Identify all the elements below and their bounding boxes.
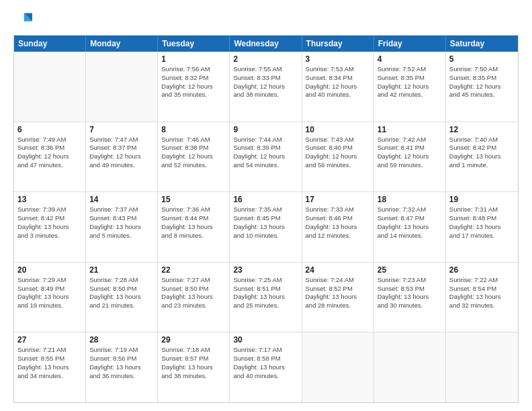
cell-line: Daylight: 12 hours: [306, 152, 370, 161]
cell-line: and 42 minutes.: [378, 91, 442, 99]
cell-line: Daylight: 13 hours: [233, 223, 298, 232]
cell-line: Sunrise: 7:42 AM: [378, 136, 442, 144]
cell-line: and 35 minutes.: [161, 91, 226, 99]
cell-line: Sunrise: 7:52 AM: [378, 65, 442, 74]
cell-line: Sunset: 8:58 PM: [233, 355, 298, 363]
cell-line: Sunset: 8:50 PM: [89, 285, 154, 293]
cell-line: Daylight: 12 hours: [378, 152, 442, 161]
day-cell-9: 9Sunrise: 7:44 AMSunset: 8:39 PMDaylight…: [230, 122, 302, 192]
calendar-header: SundayMondayTuesdayWednesdayThursdayFrid…: [14, 36, 518, 52]
cell-line: and 8 minutes.: [161, 232, 226, 240]
day-cell-21: 21Sunrise: 7:28 AMSunset: 8:50 PMDayligh…: [86, 263, 158, 332]
header-day-saturday: Saturday: [446, 36, 518, 52]
day-cell-3: 3Sunrise: 7:53 AMSunset: 8:34 PMDaylight…: [302, 52, 374, 122]
day-cell-30: 30Sunrise: 7:17 AMSunset: 8:58 PMDayligh…: [230, 332, 302, 402]
day-number: 3: [306, 54, 370, 64]
cell-line: Sunrise: 7:37 AM: [89, 205, 154, 214]
cell-line: and 40 minutes.: [233, 372, 298, 381]
cell-line: Sunset: 8:36 PM: [17, 144, 82, 152]
cell-line: Sunset: 8:53 PM: [378, 285, 442, 293]
day-cell-18: 18Sunrise: 7:32 AMSunset: 8:47 PMDayligh…: [374, 192, 446, 262]
cell-line: Sunrise: 7:25 AM: [233, 276, 298, 285]
cell-line: Sunrise: 7:46 AM: [161, 136, 226, 144]
cell-line: Sunrise: 7:44 AM: [233, 136, 298, 144]
cell-line: Daylight: 12 hours: [233, 152, 298, 161]
cell-line: Sunset: 8:41 PM: [378, 144, 442, 152]
cell-line: Sunset: 8:42 PM: [449, 144, 515, 152]
day-number: 30: [233, 335, 298, 345]
cell-line: Sunrise: 7:31 AM: [449, 205, 515, 214]
day-cell-15: 15Sunrise: 7:36 AMSunset: 8:44 PMDayligh…: [158, 192, 230, 262]
day-number: 11: [378, 125, 442, 134]
day-number: 16: [233, 195, 298, 204]
header-day-friday: Friday: [374, 36, 446, 52]
day-number: 29: [161, 335, 226, 345]
cell-line: Sunset: 8:35 PM: [449, 74, 515, 83]
cell-line: and 21 minutes.: [89, 302, 154, 310]
day-cell-27: 27Sunrise: 7:21 AMSunset: 8:55 PMDayligh…: [14, 332, 86, 402]
day-cell-14: 14Sunrise: 7:37 AMSunset: 8:43 PMDayligh…: [86, 192, 158, 262]
day-cell-2: 2Sunrise: 7:55 AMSunset: 8:33 PMDaylight…: [230, 52, 302, 122]
day-cell-11: 11Sunrise: 7:42 AMSunset: 8:41 PMDayligh…: [374, 122, 446, 192]
day-number: 5: [449, 54, 515, 64]
day-cell-10: 10Sunrise: 7:43 AMSunset: 8:40 PMDayligh…: [302, 122, 374, 192]
cell-line: and 38 minutes.: [161, 372, 226, 381]
cell-line: and 5 minutes.: [89, 232, 154, 240]
day-cell-23: 23Sunrise: 7:25 AMSunset: 8:51 PMDayligh…: [230, 263, 302, 332]
cell-line: Sunrise: 7:18 AM: [161, 346, 226, 355]
calendar-row-2: 6Sunrise: 7:49 AMSunset: 8:36 PMDaylight…: [14, 122, 518, 193]
day-cell-22: 22Sunrise: 7:27 AMSunset: 8:50 PMDayligh…: [158, 263, 230, 332]
cell-line: Sunset: 8:34 PM: [306, 74, 370, 83]
day-cell-26: 26Sunrise: 7:22 AMSunset: 8:54 PMDayligh…: [446, 263, 518, 332]
day-cell-29: 29Sunrise: 7:18 AMSunset: 8:57 PMDayligh…: [158, 332, 230, 402]
cell-line: and 23 minutes.: [161, 302, 226, 310]
header-day-wednesday: Wednesday: [230, 36, 302, 52]
day-cell-7: 7Sunrise: 7:47 AMSunset: 8:37 PMDaylight…: [86, 122, 158, 192]
cell-line: Daylight: 12 hours: [161, 152, 226, 161]
cell-line: Sunset: 8:51 PM: [233, 285, 298, 293]
cell-line: Sunrise: 7:24 AM: [306, 276, 370, 285]
header-day-sunday: Sunday: [14, 36, 86, 52]
cell-line: Daylight: 12 hours: [306, 83, 370, 91]
cell-line: Sunset: 8:32 PM: [161, 74, 226, 83]
day-number: 25: [378, 265, 442, 275]
cell-line: Sunrise: 7:56 AM: [161, 65, 226, 74]
cell-line: Daylight: 13 hours: [306, 293, 370, 302]
day-number: 2: [233, 54, 298, 64]
cell-line: Sunset: 8:45 PM: [233, 214, 298, 223]
cell-line: Sunset: 8:39 PM: [233, 144, 298, 152]
day-number: 20: [17, 265, 82, 275]
cell-line: Sunset: 8:44 PM: [161, 214, 226, 223]
cell-line: Sunset: 8:47 PM: [378, 214, 442, 223]
cell-line: and 59 minutes.: [378, 161, 442, 170]
cell-line: and 28 minutes.: [306, 302, 370, 310]
day-number: 19: [449, 195, 515, 204]
cell-line: and 47 minutes.: [17, 161, 82, 170]
cell-line: Sunset: 8:48 PM: [449, 214, 515, 223]
cell-line: and 19 minutes.: [17, 302, 82, 310]
cell-line: Sunrise: 7:27 AM: [161, 276, 226, 285]
cell-line: Sunset: 8:42 PM: [17, 214, 82, 223]
calendar-body: 1Sunrise: 7:56 AMSunset: 8:32 PMDaylight…: [14, 52, 518, 402]
cell-line: Sunrise: 7:49 AM: [17, 136, 82, 144]
day-cell-19: 19Sunrise: 7:31 AMSunset: 8:48 PMDayligh…: [446, 192, 518, 262]
cell-line: Daylight: 13 hours: [17, 223, 82, 232]
cell-line: Daylight: 13 hours: [89, 223, 154, 232]
day-number: 15: [161, 195, 226, 204]
cell-line: Sunrise: 7:53 AM: [306, 65, 370, 74]
day-number: 22: [161, 265, 226, 275]
cell-line: Sunset: 8:35 PM: [378, 74, 442, 83]
day-number: 21: [89, 265, 154, 275]
cell-line: Sunrise: 7:40 AM: [449, 136, 515, 144]
cell-line: Sunset: 8:37 PM: [89, 144, 154, 152]
cell-line: and 14 minutes.: [378, 232, 442, 240]
cell-line: Sunset: 8:54 PM: [449, 285, 515, 293]
day-number: 9: [233, 125, 298, 134]
empty-cell: [14, 52, 86, 122]
cell-line: Sunset: 8:38 PM: [161, 144, 226, 152]
empty-cell: [446, 332, 518, 402]
cell-line: Daylight: 13 hours: [233, 293, 298, 302]
day-cell-17: 17Sunrise: 7:33 AMSunset: 8:46 PMDayligh…: [302, 192, 374, 262]
empty-cell: [374, 332, 446, 402]
cell-line: Sunset: 8:52 PM: [306, 285, 370, 293]
